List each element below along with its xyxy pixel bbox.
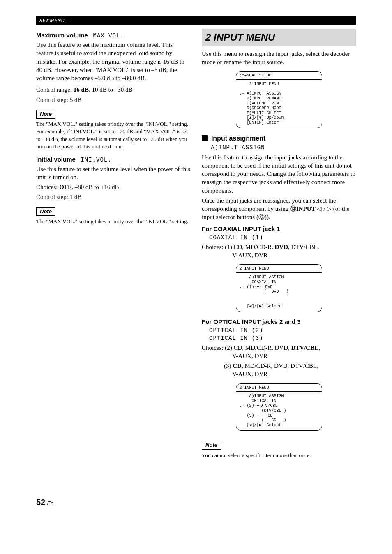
opt-code-1: OPTICAL IN (2) [209,327,356,335]
osd-manual-setup: ;MANUAL SETUP 2 INPUT MENU .→ A)INPUT AS… [236,71,322,128]
osd-title: ;MANUAL SETUP [236,73,322,80]
two-column-layout: Maximum volume MAX VOL. Use this feature… [36,29,356,464]
spacer [77,156,79,163]
max-vol-step: Control step: 5 dB [36,96,190,104]
left-column: Maximum volume MAX VOL. Use this feature… [36,29,190,464]
right-tri-icon: ▷ [327,205,332,212]
ini-choices-pre: Choices: [36,184,59,190]
input-assign-code: A)INPUT ASSIGN [211,144,356,152]
page-number: 52 En [36,497,356,508]
max-vol-range: Control range: 16 dB, 10 dB to –30 dB [36,85,190,94]
opt2-l2: V-AUX, DVR [202,353,267,359]
ia-p2-bold: INPUT [296,205,316,212]
opt-choices-3: (3) CD, MD/CD-R, DVD, DTV/CBL, V-AUX, DV… [202,362,356,379]
section-title: 2 INPUT MENU [202,29,356,46]
key-14: ⑭ [290,205,296,212]
ia-p2-end: )). [265,214,270,220]
input-assign-para2: Once the input jacks are reassigned, you… [202,196,356,222]
ini-vol-title: Initial volume [36,156,76,163]
coax-post: , DTV/CBL, [288,244,319,250]
range-bold: 16 dB [74,86,89,93]
ini-choices-bold: OFF [59,184,71,190]
opt3-l2: V-AUX, DVR [224,370,267,378]
ini-choices-post: , –80 dB to +16 dB [71,184,119,190]
coax-choices: Choices: (1) CD, MD/CD-R, DVD, DTV/CBL, … [202,243,356,260]
coax-heading: For COAXIAL INPUT jack 1 [202,225,356,233]
ini-vol-note-text: The "MAX VOL." setting takes priority ov… [36,218,190,225]
section-header-bar: SET MENU [36,16,356,25]
left-tri-icon: ◁ [317,205,322,212]
page-num-suffix: En [47,500,53,506]
osd-coax: 2 INPUT MENU A)INPUT ASSIGN COAXIAL IN .… [236,264,322,312]
range-pre: Control range: [36,86,74,93]
right-column: 2 INPUT MENU Use this menu to reassign t… [202,29,356,464]
ini-vol-choices: Choices: OFF, –80 dB to +16 dB [36,183,190,191]
opt2-post: , [318,344,320,351]
opt-choices-2: Choices: (2) CD, MD/CD-R, DVD, DTV/CBL, … [202,344,356,360]
opt2-pre: Choices: (2) CD, MD/CD-R, DVD, [202,344,291,351]
note-label: Note [36,110,55,119]
ini-vol-step: Control step: 1 dB [36,193,190,201]
opt2-bold: DTV/CBL [291,344,319,351]
opt3-post: , MD/CD-R, DVD, DTV/CBL, [242,362,318,369]
max-vol-title: Maximum volume [36,32,88,39]
opt-code-2: OPTICAL IN (3) [209,335,356,342]
osd-body: A)INPUT ASSIGN OPTICAL IN .→ (2)‧‧‧‧‧DTV… [236,394,322,428]
max-vol-desc: Use this feature to set the maximum volu… [36,41,190,82]
note-label: Note [36,207,55,217]
spacer [90,32,91,39]
max-vol-heading: Maximum volume MAX VOL. [36,31,190,40]
coax-code: COAXIAL IN (1) [209,234,356,242]
osd-body: 2 INPUT MENU .→ A)INPUT ASSIGN B)INPUT R… [236,82,322,125]
osd-optical: 2 INPUT MENU A)INPUT ASSIGN OPTICAL IN .… [236,383,322,431]
ini-vol-code: INI.VOL. [81,157,111,163]
input-assign-desc: Use this feature to assign the input jac… [202,153,356,195]
input-assign-heading: Input assignment [202,134,356,143]
max-vol-note-text: The "MAX VOL." setting takes priority ov… [36,120,190,150]
osd-body: A)INPUT ASSIGN COAXIAL IN .→ (1)‧‧‧‧‧ DV… [236,275,322,309]
ini-vol-heading: Initial volume INI.VOL. [36,155,190,164]
page-num-value: 52 [36,498,45,507]
opt3-bold: CD [233,362,242,369]
osd-title: 2 INPUT MENU [236,385,322,392]
coax-pre: Choices: (1) CD, MD/CD-R, [202,244,275,250]
range-post: , 10 dB to –30 dB [89,86,133,93]
coax-bold: DVD [275,244,288,250]
max-vol-code: MAX VOL. [93,32,124,39]
ini-vol-desc: Use this feature to set the volume level… [36,165,190,182]
ia-p2-pre: Once the input jacks are reassigned, you… [202,197,336,212]
note-label: Note [202,441,221,450]
osd-title: 2 INPUT MENU [236,266,322,273]
right-note-text: You cannot select a specific item more t… [202,452,356,459]
input-menu-intro: Use this menu to reassign the input jack… [202,50,356,67]
input-assign-title: Input assignment [211,135,265,142]
coax-l2: V-AUX, DVR [202,252,267,259]
key-c: Ⓒ [258,214,265,220]
opt3-pre: (3) [224,362,233,369]
opt-heading: For OPTICAL INPUT jacks 2 and 3 [202,318,356,326]
square-bullet-icon [202,135,208,141]
